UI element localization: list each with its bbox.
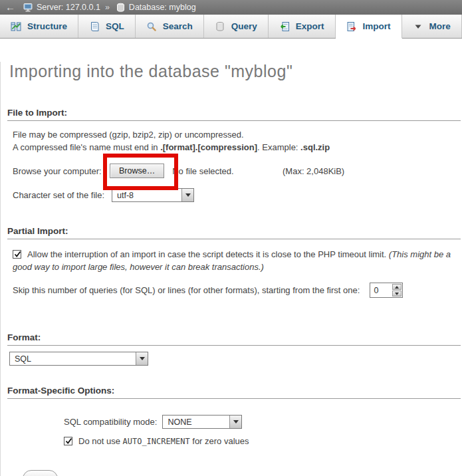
tab-import[interactable]: Import: [336, 15, 402, 39]
tab-search[interactable]: Search: [136, 15, 204, 38]
compression-info-line: File may be compressed (gzip, bzip2, zip…: [13, 129, 462, 140]
go-row: Go: [23, 470, 462, 476]
tab-sql[interactable]: SQL: [78, 15, 136, 38]
no-file-selected-text: No file selected.: [172, 166, 234, 176]
stepper-down-icon[interactable]: [392, 291, 402, 297]
browse-row: Browse your computer: Browse… No file se…: [13, 162, 462, 179]
allow-interrupt-checkbox[interactable]: [13, 250, 21, 259]
tab-label: Export: [296, 21, 324, 31]
charset-selected-value: utf-8: [112, 189, 181, 201]
database-icon: [116, 3, 126, 13]
skip-queries-row: Skip this number of queries (for SQL) or…: [13, 283, 462, 298]
structure-icon: [11, 21, 21, 32]
auto-increment-code: AUTO_INCREMENT: [123, 437, 190, 446]
main-content: Importing into the database "myblog" Fil…: [0, 62, 462, 476]
format-row: SQL: [9, 352, 462, 366]
max-upload-size: (Max: 2,048KiB): [283, 166, 344, 176]
format-options-heading: Format-Specific Options:: [7, 386, 461, 399]
skip-queries-label: Skip this number of queries (for SQL) or…: [13, 285, 360, 295]
checkmark-icon: [13, 250, 22, 259]
export-icon: [279, 21, 290, 32]
query-database-icon: [215, 21, 225, 32]
stepper-up-icon[interactable]: [392, 284, 402, 290]
dropdown-arrow-icon[interactable]: [229, 416, 241, 428]
format-section: Format: SQL: [1, 332, 462, 366]
auto-increment-row: Do not use AUTO_INCREMENT for zero value…: [64, 436, 462, 446]
charset-select[interactable]: utf-8: [112, 188, 194, 202]
breadcrumb: ← Server: 127.0.0.1 » Database: myblog: [0, 0, 462, 15]
format-heading: Format:: [7, 332, 461, 346]
filename-info-line: A compressed file's name must end in .[f…: [13, 142, 462, 153]
dropdown-arrow-icon[interactable]: [181, 189, 193, 201]
browse-button[interactable]: Browse…: [110, 164, 164, 178]
page-title: Importing into the database "myblog": [9, 62, 462, 81]
sql-page-icon: [89, 21, 100, 32]
tab-more[interactable]: More: [402, 15, 462, 38]
back-arrow-icon[interactable]: ←: [0, 2, 22, 13]
tab-bar: Structure SQL Search Query Export: [0, 15, 462, 39]
breadcrumb-server-link[interactable]: Server: 127.0.0.1: [37, 3, 100, 12]
auto-increment-checkbox[interactable]: [64, 437, 72, 445]
tab-label: Import: [363, 21, 391, 31]
allow-interrupt-row: Allow the interruption of an import in c…: [13, 248, 451, 273]
server-icon: [23, 3, 33, 13]
partial-import-section: Partial Import: Allow the interruption o…: [1, 226, 462, 298]
auto-increment-suffix: for zero values: [190, 436, 249, 446]
tab-label: More: [429, 21, 451, 31]
format-select[interactable]: SQL: [9, 352, 148, 366]
breadcrumb-separator: »: [105, 3, 110, 12]
file-to-import-heading: File to Import:: [7, 108, 461, 121]
tab-label: Query: [231, 21, 257, 31]
search-icon: [146, 21, 157, 32]
charset-row: Character set of the file: utf-8: [13, 188, 462, 202]
auto-increment-prefix: Do not use: [78, 436, 123, 446]
skip-queries-value[interactable]: 0: [370, 283, 392, 297]
tab-structure[interactable]: Structure: [0, 15, 78, 38]
allow-interrupt-text: Allow the interruption of an import in c…: [27, 249, 389, 259]
go-button[interactable]: Go: [23, 470, 58, 476]
browse-label: Browse your computer:: [13, 166, 110, 176]
skip-queries-stepper[interactable]: 0: [370, 283, 403, 298]
breadcrumb-database-link[interactable]: Database: myblog: [129, 3, 196, 12]
sql-compat-selected-value: NONE: [163, 416, 229, 428]
import-icon: [346, 21, 357, 32]
format-options-section: Format-Specific Options: SQL compatibili…: [1, 386, 462, 446]
file-to-import-section: File to Import: File may be compressed (…: [1, 108, 462, 202]
tab-export[interactable]: Export: [269, 15, 336, 38]
tab-query[interactable]: Query: [204, 15, 269, 38]
chevron-down-icon: [413, 21, 423, 32]
tab-label: Search: [163, 21, 193, 31]
charset-label: Character set of the file:: [13, 190, 112, 200]
sql-compat-row: SQL compatibility mode: NONE: [64, 415, 462, 429]
partial-import-heading: Partial Import:: [7, 226, 461, 239]
tab-label: Structure: [27, 21, 67, 31]
sql-compat-label: SQL compatibility mode:: [64, 417, 157, 427]
tab-label: SQL: [106, 21, 124, 31]
dropdown-arrow-icon[interactable]: [136, 352, 148, 365]
sql-compat-select[interactable]: NONE: [162, 415, 242, 429]
format-selected-value: SQL: [10, 352, 136, 365]
checkmark-icon: [64, 437, 73, 445]
